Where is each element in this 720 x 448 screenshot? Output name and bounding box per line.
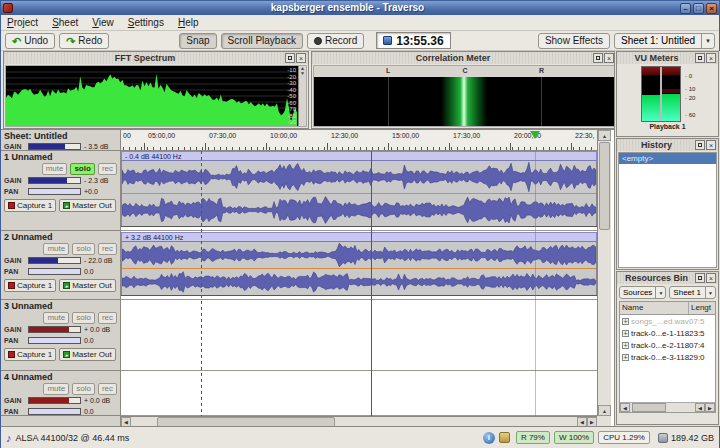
- fft-range-slider[interactable]: ▲▼: [298, 66, 306, 126]
- minimize-button[interactable]: –: [680, 3, 691, 14]
- resource-row[interactable]: +songs_...ed.wav07:5: [620, 315, 715, 327]
- chevron-down-icon[interactable]: ▼: [655, 287, 665, 298]
- track-name[interactable]: 4 Unnamed: [4, 372, 117, 383]
- track-header[interactable]: 1 Unnamed mute solo rec GAIN - 2.3 dB PA…: [1, 151, 120, 231]
- menu-project[interactable]: Project: [7, 17, 38, 28]
- undo-button[interactable]: ↶ Undo: [5, 33, 55, 49]
- correlation-panel-titlebar[interactable]: Correlation Meter ×: [312, 52, 616, 64]
- rec-button[interactable]: rec: [98, 243, 117, 255]
- output-bus-button[interactable]: ▸Master Out: [59, 348, 116, 361]
- expand-icon[interactable]: +: [622, 330, 629, 337]
- float-panel-icon[interactable]: [695, 53, 705, 63]
- track-name[interactable]: 1 Unnamed: [4, 152, 117, 163]
- close-panel-icon[interactable]: ×: [706, 273, 716, 283]
- show-effects-button[interactable]: Show Effects: [538, 33, 610, 49]
- history-item[interactable]: <empty>: [619, 153, 716, 164]
- float-panel-icon[interactable]: [285, 53, 295, 63]
- resource-row[interactable]: +track-0...e-2-11807:4: [620, 339, 715, 351]
- rec-button[interactable]: rec: [98, 312, 117, 324]
- resources-panel-titlebar[interactable]: Resources Bin ×: [617, 272, 718, 284]
- track-header[interactable]: 3 Unnamed mute solo rec GAIN + 0.0 dB PA…: [1, 300, 120, 371]
- scrollbar-thumb[interactable]: [632, 403, 666, 412]
- track-lane[interactable]: - 0.4 dB 44100 Hz: [121, 151, 597, 231]
- track-lane[interactable]: [121, 372, 597, 416]
- gain-slider[interactable]: [28, 326, 81, 333]
- solo-button[interactable]: solo: [70, 163, 94, 175]
- track-lane[interactable]: [121, 301, 597, 371]
- maximize-button[interactable]: □: [693, 3, 704, 14]
- audio-clip[interactable]: + 3.2 dB 44100 Hz: [121, 232, 597, 296]
- capture-source-button[interactable]: Capture 1: [4, 279, 56, 292]
- scroll-up-icon[interactable]: ▲: [598, 130, 611, 141]
- play-start-marker[interactable]: [530, 131, 540, 139]
- history-panel-titlebar[interactable]: History ×: [617, 139, 718, 151]
- menu-help[interactable]: Help: [178, 17, 199, 28]
- track-header[interactable]: 4 Unnamed mute solo rec GAIN + 0.0 dB PA…: [1, 371, 120, 416]
- clip-header[interactable]: + 3.2 dB 44100 Hz: [121, 232, 597, 242]
- history-list[interactable]: <empty>: [618, 152, 717, 268]
- rec-button[interactable]: rec: [98, 163, 117, 175]
- scroll-playback-toggle[interactable]: Scroll Playback: [221, 33, 303, 49]
- playhead-cursor[interactable]: [371, 151, 372, 416]
- pan-slider[interactable]: [28, 268, 81, 275]
- scroll-right-icon[interactable]: ▶: [705, 403, 715, 412]
- gain-slider[interactable]: [28, 177, 81, 184]
- float-panel-icon[interactable]: [695, 140, 705, 150]
- info-icon[interactable]: i: [483, 432, 495, 444]
- column-name[interactable]: Name: [620, 302, 689, 314]
- snap-toggle[interactable]: Snap: [179, 33, 216, 49]
- track-header[interactable]: 2 Unnamed mute solo rec GAIN - 22.0 dB P…: [1, 231, 120, 300]
- mute-button[interactable]: mute: [43, 312, 69, 324]
- capture-source-button[interactable]: Capture 1: [4, 199, 56, 212]
- track-name[interactable]: 2 Unnamed: [4, 232, 117, 243]
- output-bus-button[interactable]: ▸Master Out: [59, 199, 116, 212]
- solo-button[interactable]: solo: [72, 243, 95, 255]
- close-panel-icon[interactable]: ×: [706, 140, 716, 150]
- sheet-filter-combo[interactable]: Sheet 1 ▼: [669, 286, 716, 299]
- mute-button[interactable]: mute: [42, 163, 68, 175]
- scroll-left-icon[interactable]: ◀: [620, 403, 630, 412]
- chevron-down-icon[interactable]: ▼: [701, 34, 714, 48]
- scroll-left-icon[interactable]: ◀: [695, 403, 705, 412]
- float-panel-icon[interactable]: [593, 53, 603, 63]
- track-vscrollbar[interactable]: ▲ ▲ ▼: [597, 130, 611, 427]
- pan-slider[interactable]: [28, 408, 81, 415]
- system-notify-icon[interactable]: [499, 432, 510, 443]
- float-panel-icon[interactable]: [695, 273, 705, 283]
- output-bus-button[interactable]: ▸Master Out: [59, 279, 116, 292]
- timeline-ruler[interactable]: 0005:00,0007:30,0010:00,0012:30,0015:00,…: [121, 130, 597, 151]
- sheet-master-strip[interactable]: Sheet: Untitled GAIN - 3.5 dB: [1, 130, 120, 151]
- close-panel-icon[interactable]: ×: [296, 53, 306, 63]
- fft-panel-titlebar[interactable]: FFT Spectrum ×: [4, 52, 308, 64]
- titlebar[interactable]: kapsberger ensemble - Traverso – □ ×: [1, 1, 719, 15]
- solo-button[interactable]: solo: [72, 312, 95, 324]
- solo-button[interactable]: solo: [72, 383, 95, 395]
- track-lane[interactable]: + 3.2 dB 44100 Hz: [121, 232, 597, 300]
- gain-slider[interactable]: [28, 257, 81, 264]
- resources-hscrollbar[interactable]: ◀ ◀ ▶: [620, 402, 715, 412]
- pan-slider[interactable]: [28, 337, 81, 344]
- expand-icon[interactable]: +: [622, 354, 629, 361]
- transport-time-display[interactable]: 13:55.36: [376, 32, 450, 49]
- sources-combo[interactable]: Sources ▼: [619, 286, 666, 299]
- mute-button[interactable]: mute: [43, 383, 69, 395]
- redo-button[interactable]: ↷ Redo: [59, 33, 109, 49]
- clip-header[interactable]: - 0.4 dB 44100 Hz: [121, 151, 597, 161]
- audio-clip[interactable]: - 0.4 dB 44100 Hz: [121, 151, 597, 227]
- scroll-up-icon[interactable]: ▲: [598, 405, 611, 416]
- scrollbar-thumb[interactable]: [599, 142, 610, 230]
- sheet-selector-combo[interactable]: Sheet 1: Untitled ▼: [614, 33, 715, 49]
- resources-table-header[interactable]: Name Lengt: [620, 302, 715, 315]
- track-name[interactable]: 3 Unnamed: [4, 301, 117, 312]
- menu-sheet[interactable]: Sheet: [52, 17, 78, 28]
- resource-row[interactable]: +track-0...e-3-11829:0: [620, 351, 715, 363]
- vu-panel-titlebar[interactable]: VU Meters ×: [617, 52, 718, 64]
- chevron-down-icon[interactable]: ▼: [705, 287, 715, 298]
- record-button[interactable]: Record: [307, 33, 364, 49]
- expand-icon[interactable]: +: [622, 342, 629, 349]
- expand-icon[interactable]: +: [622, 318, 629, 325]
- capture-source-button[interactable]: Capture 1: [4, 348, 56, 361]
- menu-settings[interactable]: Settings: [128, 17, 164, 28]
- close-panel-icon[interactable]: ×: [604, 53, 614, 63]
- resource-row[interactable]: +track-0...e-1-11823:5: [620, 327, 715, 339]
